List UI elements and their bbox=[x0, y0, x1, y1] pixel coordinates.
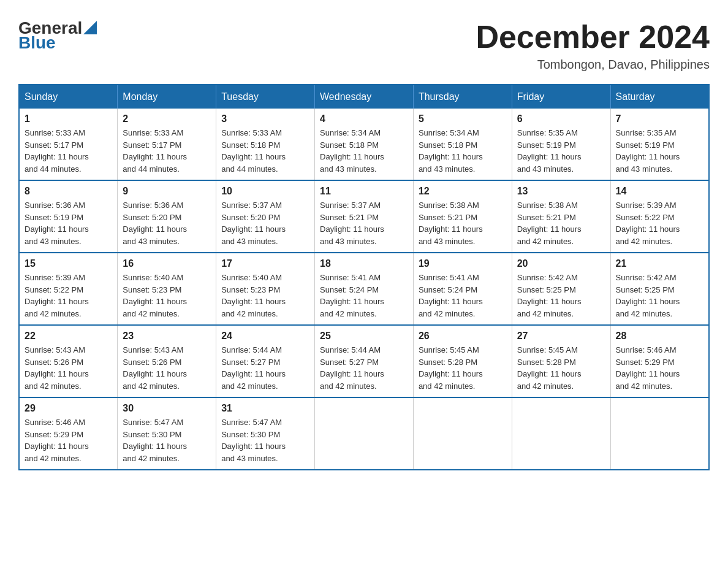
day-info: Sunrise: 5:38 AM Sunset: 5:21 PM Dayligh… bbox=[419, 199, 507, 247]
day-info: Sunrise: 5:40 AM Sunset: 5:23 PM Dayligh… bbox=[221, 272, 309, 320]
day-number: 23 bbox=[123, 331, 211, 342]
calendar-cell: 10 Sunrise: 5:37 AM Sunset: 5:20 PM Dayl… bbox=[216, 180, 315, 253]
day-number: 16 bbox=[123, 258, 211, 269]
day-info: Sunrise: 5:42 AM Sunset: 5:25 PM Dayligh… bbox=[517, 272, 605, 320]
header-friday: Friday bbox=[512, 85, 610, 109]
day-info: Sunrise: 5:45 AM Sunset: 5:28 PM Dayligh… bbox=[517, 344, 605, 392]
day-number: 12 bbox=[419, 186, 507, 197]
header-thursday: Thursday bbox=[413, 85, 512, 109]
logo: General Blue bbox=[18, 18, 97, 53]
calendar-cell: 23 Sunrise: 5:43 AM Sunset: 5:26 PM Dayl… bbox=[118, 325, 216, 397]
calendar-cell: 28 Sunrise: 5:46 AM Sunset: 5:29 PM Dayl… bbox=[610, 325, 709, 397]
calendar-cell: 25 Sunrise: 5:44 AM Sunset: 5:27 PM Dayl… bbox=[315, 325, 414, 397]
day-info: Sunrise: 5:38 AM Sunset: 5:21 PM Dayligh… bbox=[517, 199, 605, 247]
day-info: Sunrise: 5:46 AM Sunset: 5:29 PM Dayligh… bbox=[616, 344, 703, 392]
day-number: 10 bbox=[221, 186, 309, 197]
day-number: 19 bbox=[419, 258, 507, 269]
day-number: 25 bbox=[320, 331, 408, 342]
header-wednesday: Wednesday bbox=[315, 85, 414, 109]
day-number: 29 bbox=[25, 403, 112, 414]
calendar-cell: 15 Sunrise: 5:39 AM Sunset: 5:22 PM Dayl… bbox=[19, 253, 118, 325]
calendar-cell: 14 Sunrise: 5:39 AM Sunset: 5:22 PM Dayl… bbox=[610, 180, 709, 253]
calendar-cell bbox=[413, 397, 512, 470]
day-info: Sunrise: 5:41 AM Sunset: 5:24 PM Dayligh… bbox=[419, 272, 507, 320]
day-info: Sunrise: 5:47 AM Sunset: 5:30 PM Dayligh… bbox=[123, 416, 211, 464]
week-row-3: 15 Sunrise: 5:39 AM Sunset: 5:22 PM Dayl… bbox=[19, 253, 709, 325]
day-info: Sunrise: 5:44 AM Sunset: 5:27 PM Dayligh… bbox=[221, 344, 309, 392]
day-info: Sunrise: 5:36 AM Sunset: 5:20 PM Dayligh… bbox=[123, 199, 211, 247]
day-number: 6 bbox=[517, 113, 605, 124]
calendar-cell: 4 Sunrise: 5:34 AM Sunset: 5:18 PM Dayli… bbox=[315, 109, 414, 180]
calendar-cell: 5 Sunrise: 5:34 AM Sunset: 5:18 PM Dayli… bbox=[413, 109, 512, 180]
day-info: Sunrise: 5:37 AM Sunset: 5:20 PM Dayligh… bbox=[221, 199, 309, 247]
week-row-1: 1 Sunrise: 5:33 AM Sunset: 5:17 PM Dayli… bbox=[19, 109, 709, 180]
calendar-cell: 1 Sunrise: 5:33 AM Sunset: 5:17 PM Dayli… bbox=[19, 109, 118, 180]
day-number: 1 bbox=[25, 113, 112, 124]
day-number: 3 bbox=[221, 113, 309, 124]
day-info: Sunrise: 5:35 AM Sunset: 5:19 PM Dayligh… bbox=[517, 127, 605, 175]
day-number: 30 bbox=[123, 403, 211, 414]
day-info: Sunrise: 5:47 AM Sunset: 5:30 PM Dayligh… bbox=[221, 416, 309, 464]
day-info: Sunrise: 5:37 AM Sunset: 5:21 PM Dayligh… bbox=[320, 199, 408, 247]
day-number: 20 bbox=[517, 258, 605, 269]
day-info: Sunrise: 5:39 AM Sunset: 5:22 PM Dayligh… bbox=[616, 199, 703, 247]
calendar-cell: 24 Sunrise: 5:44 AM Sunset: 5:27 PM Dayl… bbox=[216, 325, 315, 397]
calendar-cell: 8 Sunrise: 5:36 AM Sunset: 5:19 PM Dayli… bbox=[19, 180, 118, 253]
day-info: Sunrise: 5:41 AM Sunset: 5:24 PM Dayligh… bbox=[320, 272, 408, 320]
day-info: Sunrise: 5:40 AM Sunset: 5:23 PM Dayligh… bbox=[123, 272, 211, 320]
calendar-cell: 22 Sunrise: 5:43 AM Sunset: 5:26 PM Dayl… bbox=[19, 325, 118, 397]
day-number: 31 bbox=[221, 403, 309, 414]
day-number: 26 bbox=[419, 331, 507, 342]
calendar-cell: 27 Sunrise: 5:45 AM Sunset: 5:28 PM Dayl… bbox=[512, 325, 610, 397]
week-row-2: 8 Sunrise: 5:36 AM Sunset: 5:19 PM Dayli… bbox=[19, 180, 709, 253]
day-info: Sunrise: 5:42 AM Sunset: 5:25 PM Dayligh… bbox=[616, 272, 703, 320]
day-number: 5 bbox=[419, 113, 507, 124]
day-info: Sunrise: 5:46 AM Sunset: 5:29 PM Dayligh… bbox=[25, 416, 112, 464]
day-info: Sunrise: 5:34 AM Sunset: 5:18 PM Dayligh… bbox=[320, 127, 408, 175]
week-row-5: 29 Sunrise: 5:46 AM Sunset: 5:29 PM Dayl… bbox=[19, 397, 709, 470]
calendar-cell: 29 Sunrise: 5:46 AM Sunset: 5:29 PM Dayl… bbox=[19, 397, 118, 470]
day-number: 13 bbox=[517, 186, 605, 197]
title-section: December 2024 Tombongon, Davao, Philippi… bbox=[476, 18, 710, 72]
calendar-cell: 31 Sunrise: 5:47 AM Sunset: 5:30 PM Dayl… bbox=[216, 397, 315, 470]
month-title: December 2024 bbox=[476, 18, 710, 55]
calendar-cell: 12 Sunrise: 5:38 AM Sunset: 5:21 PM Dayl… bbox=[413, 180, 512, 253]
calendar-header-row: SundayMondayTuesdayWednesdayThursdayFrid… bbox=[19, 85, 709, 109]
calendar-cell: 7 Sunrise: 5:35 AM Sunset: 5:19 PM Dayli… bbox=[610, 109, 709, 180]
calendar-cell: 20 Sunrise: 5:42 AM Sunset: 5:25 PM Dayl… bbox=[512, 253, 610, 325]
day-number: 2 bbox=[123, 113, 211, 124]
day-info: Sunrise: 5:33 AM Sunset: 5:17 PM Dayligh… bbox=[25, 127, 112, 175]
logo-triangle-icon bbox=[83, 21, 97, 34]
calendar-cell: 11 Sunrise: 5:37 AM Sunset: 5:21 PM Dayl… bbox=[315, 180, 414, 253]
day-number: 4 bbox=[320, 113, 408, 124]
location: Tombongon, Davao, Philippines bbox=[476, 58, 710, 72]
day-info: Sunrise: 5:39 AM Sunset: 5:22 PM Dayligh… bbox=[25, 272, 112, 320]
calendar-cell: 21 Sunrise: 5:42 AM Sunset: 5:25 PM Dayl… bbox=[610, 253, 709, 325]
svg-marker-0 bbox=[83, 21, 97, 34]
calendar-cell bbox=[315, 397, 414, 470]
day-number: 11 bbox=[320, 186, 408, 197]
day-info: Sunrise: 5:34 AM Sunset: 5:18 PM Dayligh… bbox=[419, 127, 507, 175]
calendar-cell: 13 Sunrise: 5:38 AM Sunset: 5:21 PM Dayl… bbox=[512, 180, 610, 253]
calendar-cell: 19 Sunrise: 5:41 AM Sunset: 5:24 PM Dayl… bbox=[413, 253, 512, 325]
day-number: 15 bbox=[25, 258, 112, 269]
day-info: Sunrise: 5:45 AM Sunset: 5:28 PM Dayligh… bbox=[419, 344, 507, 392]
day-number: 27 bbox=[517, 331, 605, 342]
header-monday: Monday bbox=[118, 85, 216, 109]
day-number: 8 bbox=[25, 186, 112, 197]
day-number: 28 bbox=[616, 331, 703, 342]
day-number: 14 bbox=[616, 186, 703, 197]
calendar-cell bbox=[610, 397, 709, 470]
day-info: Sunrise: 5:43 AM Sunset: 5:26 PM Dayligh… bbox=[123, 344, 211, 392]
page-header: General Blue December 2024 Tombongon, Da… bbox=[18, 18, 710, 72]
logo-blue: Blue bbox=[18, 33, 56, 53]
day-number: 9 bbox=[123, 186, 211, 197]
day-info: Sunrise: 5:35 AM Sunset: 5:19 PM Dayligh… bbox=[616, 127, 703, 175]
header-sunday: Sunday bbox=[19, 85, 118, 109]
day-info: Sunrise: 5:33 AM Sunset: 5:18 PM Dayligh… bbox=[221, 127, 309, 175]
day-number: 22 bbox=[25, 331, 112, 342]
calendar-cell: 30 Sunrise: 5:47 AM Sunset: 5:30 PM Dayl… bbox=[118, 397, 216, 470]
calendar-cell: 6 Sunrise: 5:35 AM Sunset: 5:19 PM Dayli… bbox=[512, 109, 610, 180]
calendar-cell: 16 Sunrise: 5:40 AM Sunset: 5:23 PM Dayl… bbox=[118, 253, 216, 325]
header-saturday: Saturday bbox=[610, 85, 709, 109]
